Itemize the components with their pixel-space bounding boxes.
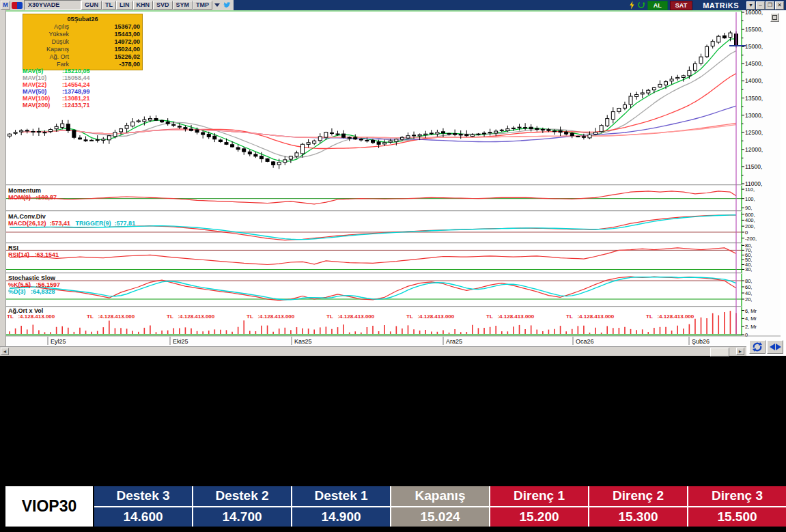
ohlc-label: Kapanış xyxy=(25,46,69,53)
svg-text:12000,: 12000, xyxy=(745,146,763,153)
svg-text:Oca26: Oca26 xyxy=(576,338,594,345)
dropdown-window-button[interactable]: ▾ xyxy=(746,1,755,10)
svg-text:Ara25: Ara25 xyxy=(446,338,462,345)
table-header: Destek 2 xyxy=(193,486,291,506)
mav-legend-row: MAV(5):15210,05 xyxy=(23,68,90,74)
toolbar-button-sym[interactable]: SYM xyxy=(173,1,193,10)
toolbar-buttons: GUNTLLINKHNSVDSYMTMP xyxy=(81,1,212,10)
chevron-down-icon[interactable] xyxy=(214,3,220,7)
svg-text:15500,: 15500, xyxy=(745,26,763,33)
mav-name: MAV(10) xyxy=(23,74,61,81)
toolbar-button-lin[interactable]: LIN xyxy=(116,1,133,10)
table-col-kapanış: Kapanış15.024 xyxy=(391,486,489,527)
svg-text:100,: 100, xyxy=(745,196,755,202)
table-header: Kapanış xyxy=(391,486,489,506)
stoch-k-value: :56,1597 xyxy=(36,281,61,288)
svg-text:13000,: 13000, xyxy=(745,112,763,119)
contract-date-label: 05Şubat26 xyxy=(25,15,140,23)
ohlc-label: Yüksek xyxy=(25,31,69,38)
table-col-direnç-3: Direnç 315.500 xyxy=(688,486,786,527)
svg-text:Eyl25: Eyl25 xyxy=(51,338,66,345)
svg-text:6, Mr: 6, Mr xyxy=(745,308,757,314)
mav-name: MAV(100) xyxy=(23,95,61,102)
avg-volume-label: TL :4.128.413.000 xyxy=(87,313,135,320)
twitter-icon[interactable] xyxy=(223,0,231,12)
svg-text:Kas25: Kas25 xyxy=(294,338,312,345)
svg-text:90,: 90, xyxy=(745,205,752,211)
buy-button[interactable]: AL xyxy=(647,1,668,10)
ohlc-row: Ağ. Ort15226,02 xyxy=(25,53,140,61)
window-controls: ▾–❐✕ xyxy=(746,1,784,10)
mav-legend-row: MAV(10):15058,44 xyxy=(23,74,90,81)
macd-trigger-param: TRIGGER(9) xyxy=(76,220,111,227)
table-col-direnç-1: Direnç 115.200 xyxy=(490,486,588,527)
chart-nav-cluster xyxy=(749,340,783,354)
lightning-icon[interactable] xyxy=(629,1,635,10)
horizontal-scrollbar[interactable]: ◄ ► xyxy=(0,346,746,356)
ohlc-info-box: 05Şubat26 Açılış15367,00Yüksek15443,00Dü… xyxy=(23,14,143,70)
mav-name: MAV(5) xyxy=(23,68,61,74)
ohlc-value: 14972,00 xyxy=(69,38,140,46)
table-header: Direnç 1 xyxy=(490,486,588,506)
left-splitter[interactable] xyxy=(0,10,6,356)
svg-text:14000,: 14000, xyxy=(745,77,763,84)
svg-text:20,: 20, xyxy=(745,296,752,303)
close-window-button[interactable]: ✕ xyxy=(775,1,784,10)
momentum-panel-labels: Momentum MOM(9) :102,87 xyxy=(8,187,57,201)
svg-text:200,: 200, xyxy=(745,223,755,229)
svg-text:14500,: 14500, xyxy=(745,60,763,67)
macd-panel-labels: MA.Conv.Div MACD(26,12) :573,41 TRIGGER(… xyxy=(8,213,135,227)
toolbar: M X30YVADE GUNTLLINKHNSVDSYMTMP AL SAT M… xyxy=(0,0,786,10)
scrollbar-thumb[interactable] xyxy=(710,348,729,356)
svg-text:-200,: -200, xyxy=(745,236,757,242)
toolbar-button-svd[interactable]: SVD xyxy=(153,1,173,10)
table-value: 14.700 xyxy=(193,507,291,527)
table-value: 14.600 xyxy=(94,507,192,527)
macd-param: MACD(26,12) xyxy=(8,220,46,227)
scroll-right-button[interactable]: ► xyxy=(736,348,744,355)
scroll-left-button[interactable]: ◄ xyxy=(1,348,9,355)
svg-text:0: 0 xyxy=(745,229,748,236)
sell-button[interactable]: SAT xyxy=(670,1,692,10)
mav-value: :14554,24 xyxy=(61,81,90,88)
table-header: Destek 1 xyxy=(292,486,390,506)
svg-text:11500,: 11500, xyxy=(745,163,762,170)
instrument-cell: VIOP30 xyxy=(5,486,93,527)
svg-text:30,: 30, xyxy=(745,266,752,272)
toolbar-button-tmp[interactable]: TMP xyxy=(193,1,212,10)
avg-volume-label: TL :4.128.413.000 xyxy=(167,313,214,320)
stoch-k-param: %K(5,5) xyxy=(8,281,31,288)
table-header: Destek 3 xyxy=(94,486,192,506)
macd-trigger-value: :577,81 xyxy=(115,220,136,227)
refresh-data-button[interactable] xyxy=(749,340,766,354)
refresh-icon[interactable] xyxy=(637,0,645,12)
table-col-destek-2: Destek 214.700 xyxy=(193,486,291,527)
table-value: 15.200 xyxy=(490,507,588,527)
chart-window: M X30YVADE GUNTLLINKHNSVDSYMTMP AL SAT M… xyxy=(0,0,786,356)
macd-title: MA.Conv.Div xyxy=(8,213,135,220)
page-left-right-buttons[interactable] xyxy=(767,340,783,354)
toolbar-button-gun[interactable]: GUN xyxy=(81,1,102,10)
toolbar-button-tl[interactable]: TL xyxy=(102,1,116,10)
table-header: Direnç 2 xyxy=(589,486,687,506)
ohlc-row: Yüksek15443,00 xyxy=(25,31,140,38)
minimize-window-button[interactable]: – xyxy=(756,1,765,10)
stoch-d-value: :64,8328 xyxy=(31,288,55,295)
avg-volume-label: TL :4.128.413.000 xyxy=(566,313,614,320)
chart-properties-button[interactable] xyxy=(770,13,779,22)
toolbar-button-khn[interactable]: KHN xyxy=(133,1,154,10)
svg-text:Eki25: Eki25 xyxy=(173,338,188,345)
ohlc-label: Düşük xyxy=(25,38,69,46)
ohlc-value: 15367,00 xyxy=(69,23,140,31)
page-left-icon[interactable] xyxy=(770,344,775,350)
mav-value: :12433,71 xyxy=(61,102,90,109)
matriks-m-button[interactable]: M xyxy=(1,1,10,10)
svg-text:80,: 80, xyxy=(745,278,752,284)
page-right-icon[interactable] xyxy=(776,344,781,350)
ohlc-label: Açılış xyxy=(25,23,69,31)
symbol-label[interactable]: X30YVADE xyxy=(24,0,81,10)
table-value: 15.300 xyxy=(589,507,687,527)
table-value: 15.024 xyxy=(391,507,489,527)
maximize-window-button[interactable]: ❐ xyxy=(766,1,774,10)
mav-value: :15210,05 xyxy=(61,68,90,74)
